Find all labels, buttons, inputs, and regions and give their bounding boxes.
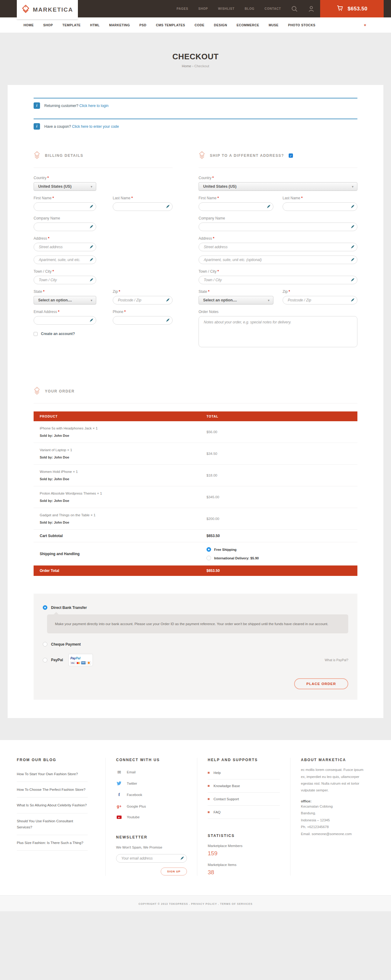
payment-method-paypal[interactable]: PayPal PayPal VISA AMEX What is PayPal? xyxy=(43,654,348,666)
shipping-column: SHIP TO A DIFFERENT ADDRESS? ✓ Country* … xyxy=(199,151,358,354)
billing-first-name-input[interactable] xyxy=(33,202,96,211)
search-icon[interactable] xyxy=(291,5,298,12)
create-account-checkbox[interactable] xyxy=(33,332,38,336)
billing-company-input[interactable] xyxy=(33,223,96,231)
billing-street-input[interactable] xyxy=(33,243,96,251)
shipping-state-select[interactable]: Select an option.... ▾ xyxy=(199,296,273,304)
help-link[interactable]: Help xyxy=(208,766,280,780)
payment-method-bank[interactable]: Direct Bank Transfer xyxy=(43,605,348,610)
blog-post-link[interactable]: How To Choose The Perfect Fashion Store? xyxy=(17,782,87,797)
tags-icon xyxy=(33,151,40,160)
newsletter-email-input[interactable] xyxy=(116,854,187,862)
blog-heading: FROM OUR BLOG xyxy=(17,758,95,762)
billing-last-name-input[interactable] xyxy=(113,202,173,211)
address-line: Kecamatan Coblong xyxy=(301,803,364,810)
account-icon[interactable] xyxy=(308,5,315,12)
youtube-link[interactable]: ▶ Youtube xyxy=(116,812,187,822)
product-name: Proton Absolute Wordpress Themes × 1 xyxy=(40,492,207,495)
logo[interactable]: MARKETICA xyxy=(17,0,78,19)
shipping-apartment-input[interactable] xyxy=(199,256,358,264)
billing-phone-input[interactable] xyxy=(113,316,173,325)
coupon-notice: i Have a coupon? Click here to enter you… xyxy=(33,119,358,132)
order-notes-textarea[interactable] xyxy=(199,316,358,347)
faq-link[interactable]: FAQ xyxy=(208,806,280,819)
billing-apartment-input[interactable] xyxy=(33,256,96,264)
nav-muse[interactable]: MUSE xyxy=(269,23,278,27)
signup-button[interactable]: SIGN UP xyxy=(161,867,187,875)
nav-photo-stocks[interactable]: PHOTO STOCKS xyxy=(288,23,316,27)
what-is-paypal-link[interactable]: What is PayPal? xyxy=(325,658,348,662)
nav-ecommerce[interactable]: ECOMMERCE xyxy=(237,23,259,27)
shipping-last-name-input[interactable] xyxy=(283,202,358,211)
breadcrumb-home[interactable]: Home xyxy=(182,64,191,68)
shipping-town-input[interactable] xyxy=(199,276,358,284)
subtotal-value: $653.50 xyxy=(207,534,358,538)
contact-support-link[interactable]: Contact Support xyxy=(208,792,280,806)
blog-post-link[interactable]: Plus Size Fashion: Is There Such a Thing… xyxy=(17,835,87,851)
nav-html[interactable]: HTML xyxy=(90,23,100,27)
billing-country-select[interactable]: United States (US) ▾ xyxy=(33,182,96,191)
blog-post-link[interactable]: Should You Use Fashion Consultant Servic… xyxy=(17,813,87,835)
googleplus-icon: g+ xyxy=(116,804,122,808)
top-nav-contact[interactable]: CONTACT xyxy=(265,7,281,10)
coupon-link[interactable]: Click here to enter your code xyxy=(72,124,119,129)
shipping-street-input[interactable] xyxy=(199,243,358,251)
newsletter-tagline: We Won't Spam, We Promise xyxy=(116,845,187,849)
nav-shop[interactable]: SHOP xyxy=(43,23,53,27)
knowledge-base-link[interactable]: Knowladge Base xyxy=(208,780,280,792)
top-header: MARKETICA PAGES SHOP WISHLIST BLOG CONTA… xyxy=(0,0,391,18)
payment-method-cheque[interactable]: Cheque Payment xyxy=(43,642,348,646)
shipping-option-international[interactable]: International Delivery: $5.90 xyxy=(207,556,358,560)
nav-template[interactable]: TEMPLATE xyxy=(62,23,81,27)
nav-home[interactable]: HOME xyxy=(24,23,34,27)
shipping-zip-input[interactable] xyxy=(283,296,358,304)
blog-post-link[interactable]: How To Start Your Own Fashion Store? xyxy=(17,766,87,782)
address-label: Address xyxy=(199,236,212,240)
ship-different-checkbox[interactable]: ✓ xyxy=(289,153,293,158)
shipping-company-input[interactable] xyxy=(199,223,358,231)
radio-unselected[interactable] xyxy=(43,658,47,662)
shipping-country-select[interactable]: United States (US) ▾ xyxy=(199,182,358,191)
stat-members-value: 159 xyxy=(208,850,280,857)
product-seller: Sold by: John Doe xyxy=(40,499,207,503)
square-bullet-icon xyxy=(208,811,210,813)
blog-post-link[interactable]: What Is So Alluring About Celebrity Fash… xyxy=(17,797,87,813)
top-nav-wishlist[interactable]: WISHLIST xyxy=(218,7,235,10)
billing-state-select[interactable]: Select an option.... ▾ xyxy=(33,296,96,304)
radio-unselected[interactable] xyxy=(207,556,211,560)
billing-email-input[interactable] xyxy=(33,316,96,325)
first-name-label: First Name xyxy=(199,196,216,200)
paypal-cards-image: PayPal VISA AMEX xyxy=(68,654,93,666)
top-nav-pages[interactable]: PAGES xyxy=(176,7,188,10)
square-bullet-icon xyxy=(208,772,210,774)
square-bullet-icon xyxy=(208,785,210,787)
shipping-first-name-input[interactable] xyxy=(199,202,273,211)
nav-code[interactable]: CODE xyxy=(195,23,204,27)
email-link[interactable]: ✉ Email xyxy=(116,766,187,778)
billing-zip-input[interactable] xyxy=(113,296,173,304)
nav-design[interactable]: DESIGN xyxy=(214,23,227,27)
top-nav-blog[interactable]: BLOG xyxy=(245,7,254,10)
login-link[interactable]: Click here to login xyxy=(79,103,108,108)
notice-prefix: Returning customer? xyxy=(44,103,78,108)
twitter-link[interactable]: Twitter xyxy=(116,778,187,789)
top-nav-shop[interactable]: SHOP xyxy=(198,7,208,10)
radio-selected[interactable] xyxy=(207,547,211,552)
radio-selected[interactable] xyxy=(43,605,47,610)
statistics-block: STATISTICS Marketplace Members 159 Marke… xyxy=(208,834,280,876)
billing-town-input[interactable] xyxy=(33,276,96,284)
shipping-option-free[interactable]: Free Shipping xyxy=(207,547,358,552)
googleplus-link[interactable]: g+ Google Plus xyxy=(116,800,187,812)
nav-marketing[interactable]: MARKETING xyxy=(109,23,130,27)
company-label: Company Name xyxy=(199,216,358,220)
cart-button[interactable]: $653.50 xyxy=(320,0,384,18)
nav-more-chevrons-icon[interactable]: » xyxy=(363,24,367,26)
info-icon: i xyxy=(33,123,40,130)
nav-cms-templates[interactable]: CMS TEMPLATES xyxy=(156,23,185,27)
newsletter-block: NEWSLETTER We Won't Spam, We Promise SIG… xyxy=(116,835,187,875)
footer-blog-column: FROM OUR BLOG How To Start Your Own Fash… xyxy=(17,758,105,876)
place-order-button[interactable]: PLACE ORDER xyxy=(294,678,348,689)
facebook-link[interactable]: f Facebook xyxy=(116,789,187,800)
nav-psd[interactable]: PSD xyxy=(139,23,146,27)
radio-unselected[interactable] xyxy=(43,642,47,646)
